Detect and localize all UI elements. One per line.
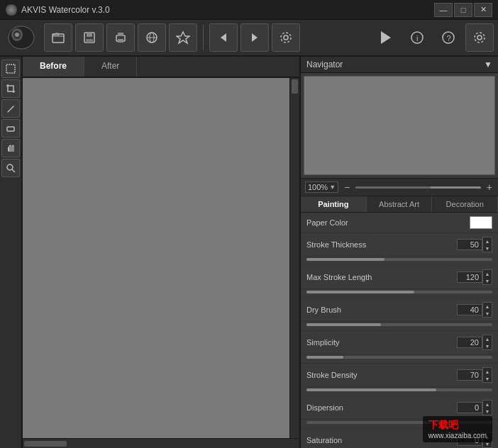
zoom-dropdown-icon[interactable]: ▼ xyxy=(329,184,336,191)
settings-cog-btn[interactable] xyxy=(272,23,300,52)
stroke-density-label: Stroke Density xyxy=(306,371,457,379)
dispersion-spinner[interactable]: ▲ ▼ xyxy=(482,400,492,415)
simplicity-up[interactable]: ▲ xyxy=(483,335,492,342)
stroke-density-slider[interactable] xyxy=(306,388,492,391)
save-btn[interactable] xyxy=(75,23,104,52)
simplicity-slider[interactable] xyxy=(306,356,492,359)
svg-rect-7 xyxy=(86,39,93,43)
canvas-tabs: Before After xyxy=(23,57,299,78)
stroke-density-slider-row xyxy=(301,387,498,396)
stroke-density-row: Stroke Density ▲ ▼ xyxy=(301,364,498,387)
stroke-density-spinner[interactable]: ▲ ▼ xyxy=(482,367,492,383)
svg-point-24 xyxy=(477,35,482,40)
eraser-tool-btn[interactable] xyxy=(1,119,20,138)
info-btn[interactable]: i xyxy=(403,23,431,52)
zoom-slider[interactable] xyxy=(355,186,481,189)
svg-marker-15 xyxy=(221,33,226,42)
tab-after[interactable]: After xyxy=(84,57,137,77)
crop-tool-btn[interactable] xyxy=(1,79,20,98)
dry-brush-slider[interactable] xyxy=(306,323,492,326)
title-bar: AKVIS Watercolor v.3.0 — □ ✕ xyxy=(0,0,498,20)
svg-rect-27 xyxy=(7,127,14,131)
dispersion-value[interactable] xyxy=(457,402,482,413)
help-btn[interactable]: ? xyxy=(434,23,463,52)
svg-point-25 xyxy=(475,33,485,43)
brush-tool-btn[interactable] xyxy=(1,99,20,118)
hand-tool-btn[interactable] xyxy=(1,139,20,157)
simplicity-slider-row xyxy=(301,354,498,364)
paper-color-picker[interactable] xyxy=(470,216,492,229)
svg-marker-16 xyxy=(252,33,258,42)
tab-abstract-art[interactable]: Abstract Art xyxy=(367,196,433,212)
max-stroke-length-down[interactable]: ▼ xyxy=(483,277,492,284)
stroke-density-up[interactable]: ▲ xyxy=(483,368,492,375)
dry-brush-up[interactable]: ▲ xyxy=(483,303,492,310)
navigator-zoom: 100% ▼ − + xyxy=(301,178,498,196)
zoom-minus-btn[interactable]: − xyxy=(343,181,351,193)
svg-rect-9 xyxy=(118,33,123,36)
max-stroke-length-up[interactable]: ▲ xyxy=(483,270,492,277)
max-stroke-length-row: Max Stroke Length ▲ ▼ xyxy=(301,266,498,289)
max-stroke-length-value[interactable] xyxy=(457,271,482,283)
canvas-vscroll[interactable] xyxy=(289,78,299,438)
zoom-tool-btn[interactable] xyxy=(1,159,20,177)
stamp-btn[interactable] xyxy=(169,23,197,52)
tab-decoration[interactable]: Decoration xyxy=(432,196,498,212)
dry-brush-spinner[interactable]: ▲ ▼ xyxy=(482,302,492,318)
watermark: 下载吧 www.xiazaiba.com xyxy=(423,416,492,442)
stroke-thickness-down[interactable]: ▼ xyxy=(483,245,492,252)
zoom-plus-btn[interactable]: + xyxy=(485,181,494,193)
max-stroke-length-label: Max Stroke Length xyxy=(306,273,457,281)
minimize-btn[interactable]: — xyxy=(434,3,453,17)
canvas-hscroll[interactable] xyxy=(23,438,299,448)
app-title: AKVIS Watercolor v.3.0 xyxy=(21,5,434,15)
dispersion-up[interactable]: ▲ xyxy=(483,401,492,408)
web-btn[interactable] xyxy=(138,23,166,52)
dry-brush-down[interactable]: ▼ xyxy=(483,310,492,317)
stroke-thickness-up[interactable]: ▲ xyxy=(483,237,492,245)
dry-brush-label: Dry Brush xyxy=(306,306,457,314)
print-btn[interactable] xyxy=(106,23,135,52)
select-tool-btn[interactable] xyxy=(1,60,20,78)
navigator-header: Navigator ▼ xyxy=(301,57,498,73)
zoom-value-text: 100% xyxy=(308,183,328,191)
app-icon xyxy=(6,4,17,16)
watermark-url: www.xiazaiba.com xyxy=(428,432,487,439)
svg-point-17 xyxy=(284,35,288,40)
dispersion-down[interactable]: ▼ xyxy=(483,408,492,415)
svg-point-3 xyxy=(15,33,19,37)
stroke-thickness-spinner[interactable]: ▲ ▼ xyxy=(482,237,492,252)
simplicity-label: Simplicity xyxy=(306,338,457,347)
stroke-thickness-value[interactable] xyxy=(457,239,482,250)
simplicity-down[interactable]: ▼ xyxy=(483,342,492,349)
dry-brush-value[interactable] xyxy=(457,304,482,315)
stroke-density-down[interactable]: ▼ xyxy=(483,375,492,382)
simplicity-value[interactable] xyxy=(457,337,482,348)
settings-tabs: Painting Abstract Art Decoration xyxy=(301,196,498,213)
tab-before[interactable]: Before xyxy=(23,57,84,77)
toolbox xyxy=(0,57,23,448)
max-stroke-length-spinner[interactable]: ▲ ▼ xyxy=(482,269,492,285)
svg-point-28 xyxy=(7,164,13,170)
canvas[interactable] xyxy=(23,78,289,438)
canvas-wrapper xyxy=(23,78,299,438)
back-btn[interactable] xyxy=(209,23,238,52)
stroke-thickness-label: Stroke Thickness xyxy=(306,240,457,249)
simplicity-spinner[interactable]: ▲ ▼ xyxy=(482,335,492,350)
navigator-collapse-icon[interactable]: ▼ xyxy=(484,60,492,69)
maximize-btn[interactable]: □ xyxy=(454,3,472,17)
options-btn[interactable] xyxy=(465,23,494,52)
forward-btn[interactable] xyxy=(240,23,269,52)
settings-content: Paper Color Stroke Thickness ▲ ▼ Max Str… xyxy=(301,213,498,448)
play-btn[interactable] xyxy=(372,23,400,52)
stroke-thickness-slider[interactable] xyxy=(306,258,492,261)
watermark-text: 下载吧 xyxy=(428,419,487,432)
stroke-density-value[interactable] xyxy=(457,369,482,381)
paper-color-label: Paper Color xyxy=(306,218,470,227)
svg-line-29 xyxy=(12,169,15,172)
max-stroke-length-slider[interactable] xyxy=(306,291,492,293)
tab-painting[interactable]: Painting xyxy=(301,196,367,212)
stroke-thickness-row: Stroke Thickness ▲ ▼ xyxy=(301,233,498,257)
open-file-btn[interactable] xyxy=(44,23,72,52)
close-btn[interactable]: ✕ xyxy=(474,3,492,17)
